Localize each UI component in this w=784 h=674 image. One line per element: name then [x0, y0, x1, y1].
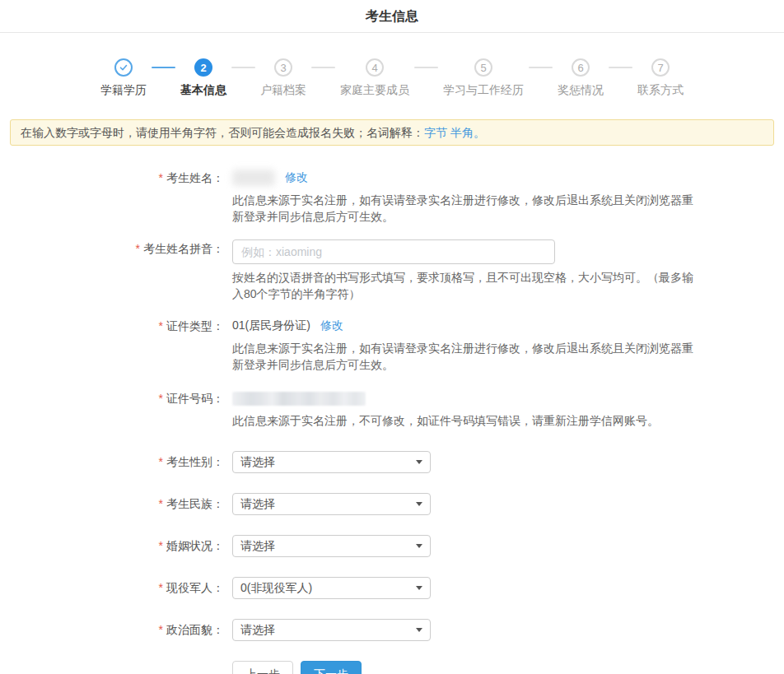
- next-step-button[interactable]: 下一步: [301, 661, 362, 674]
- step7-circle: 7: [651, 58, 670, 77]
- ethnicity-label: 考生民族：: [166, 497, 224, 510]
- name-pinyin-help: 按姓名的汉语拼音的书写形式填写，要求顶格写，且不可出现空格，大小写均可。（最多输…: [232, 269, 703, 302]
- step-student-status[interactable]: 学籍学历: [100, 58, 147, 98]
- military-service-select[interactable]: 0(非现役军人): [232, 577, 431, 599]
- required-asterisk: *: [159, 319, 163, 332]
- id-number-label: 证件号码：: [166, 392, 224, 405]
- step-connector: [529, 67, 553, 68]
- caret-down-icon: [416, 502, 422, 506]
- id-number-help: 此信息来源于实名注册，不可修改，如证件号码填写错误，请重新注册学信网账号。: [232, 412, 659, 429]
- field-candidate-name: *考生姓名： 修改 此信息来源于实名注册，如有误请登录实名注册进行修改，修改后退…: [0, 169, 784, 225]
- name-pinyin-label: 考生姓名拼音：: [143, 242, 224, 255]
- political-status-select-value: 请选择: [240, 623, 275, 638]
- caret-down-icon: [416, 586, 422, 590]
- modify-id-type-link[interactable]: 修改: [320, 318, 343, 333]
- required-asterisk: *: [159, 497, 163, 510]
- required-asterisk: *: [159, 623, 163, 636]
- page-title: 考生信息: [366, 9, 418, 23]
- gender-select-value: 请选择: [240, 455, 275, 470]
- field-political-status: *政治面貌： 请选择: [0, 619, 784, 641]
- candidate-name-help: 此信息来源于实名注册，如有误请登录实名注册进行修改，修改后退出系统且关闭浏览器重…: [232, 192, 703, 225]
- id-type-label: 证件类型：: [166, 319, 224, 332]
- required-asterisk: *: [136, 242, 140, 255]
- required-asterisk: *: [159, 392, 163, 405]
- marital-status-select-value: 请选择: [240, 539, 275, 554]
- step2-label: 基本信息: [180, 83, 226, 98]
- byte-glossary-link[interactable]: 字节: [424, 126, 447, 139]
- step-basic-info[interactable]: 2 基本信息: [180, 58, 226, 98]
- halfwidth-glossary-link[interactable]: 半角: [450, 126, 474, 139]
- step1-label: 学籍学历: [100, 83, 147, 98]
- step-contact-info[interactable]: 7 联系方式: [637, 58, 684, 98]
- step3-circle: 3: [274, 58, 292, 77]
- military-service-select-value: 0(非现役军人): [240, 581, 312, 596]
- id-type-value: 01(居民身份证): [232, 318, 310, 333]
- required-asterisk: *: [159, 539, 163, 552]
- step-family-members[interactable]: 4 家庭主要成员: [340, 58, 409, 98]
- page-header: 考生信息: [0, 0, 784, 33]
- id-type-help: 此信息来源于实名注册，如有误请登录实名注册进行修改，修改后退出系统且关闭浏览器重…: [232, 340, 703, 373]
- field-name-pinyin: *考生姓名拼音： 按姓名的汉语拼音的书写形式填写，要求顶格写，且不可出现空格，大…: [0, 239, 784, 302]
- step5-circle: 5: [474, 58, 492, 77]
- step4-circle: 4: [366, 58, 384, 77]
- caret-down-icon: [416, 628, 422, 632]
- step6-circle: 6: [572, 58, 590, 77]
- ethnicity-select-value: 请选择: [240, 497, 275, 512]
- field-gender: *考生性别： 请选择: [0, 451, 784, 473]
- marital-status-select[interactable]: 请选择: [232, 535, 431, 557]
- step1-circle: [114, 58, 133, 77]
- halfwidth-notice-bar: 在输入数字或字母时，请使用半角字符，否则可能会造成报名失败；名词解释：字节 半角…: [10, 119, 774, 146]
- field-id-type: *证件类型： 01(居民身份证) 修改 此信息来源于实名注册，如有误请登录实名注…: [0, 317, 784, 373]
- step-household-file[interactable]: 3 户籍档案: [260, 58, 306, 98]
- political-status-label: 政治面貌：: [166, 623, 224, 636]
- id-number-redacted: [232, 392, 366, 406]
- previous-step-button[interactable]: 上一步: [232, 661, 293, 674]
- ethnicity-select[interactable]: 请选择: [232, 493, 431, 515]
- step-study-work[interactable]: 5 学习与工作经历: [443, 58, 524, 98]
- check-icon: [119, 63, 128, 72]
- field-ethnicity: *考生民族： 请选择: [0, 493, 784, 515]
- field-military-service: *现役军人： 0(非现役军人): [0, 577, 784, 599]
- required-asterisk: *: [159, 581, 163, 594]
- notice-suffix: 。: [474, 126, 485, 139]
- step3-label: 户籍档案: [260, 83, 306, 98]
- step-connector: [231, 67, 255, 68]
- field-id-number: *证件号码： 此信息来源于实名注册，不可修改，如证件号码填写错误，请重新注册学信…: [0, 389, 784, 429]
- required-asterisk: *: [159, 171, 163, 184]
- form-actions: 上一步 下一步: [232, 661, 784, 674]
- name-pinyin-input[interactable]: [232, 239, 555, 264]
- step-connector: [609, 67, 632, 68]
- political-status-select[interactable]: 请选择: [232, 619, 431, 641]
- step-connector: [152, 67, 175, 68]
- required-asterisk: *: [159, 455, 163, 468]
- notice-text: 在输入数字或字母时，请使用半角字符，否则可能会造成报名失败；名词解释：: [21, 126, 424, 139]
- caret-down-icon: [416, 460, 422, 464]
- step2-circle: 2: [194, 58, 212, 77]
- gender-label: 考生性别：: [166, 455, 224, 468]
- step-rewards-punishments[interactable]: 6 奖惩情况: [558, 58, 604, 98]
- candidate-name-redacted: [232, 170, 275, 186]
- gender-select[interactable]: 请选择: [232, 451, 431, 473]
- step-connector: [311, 67, 335, 68]
- military-service-label: 现役军人：: [166, 581, 224, 594]
- candidate-info-form: *考生姓名： 修改 此信息来源于实名注册，如有误请登录实名注册进行修改，修改后退…: [0, 169, 784, 674]
- candidate-name-label: 考生姓名：: [166, 171, 224, 184]
- step-wizard: 学籍学历 2 基本信息 3 户籍档案 4 家庭主要成员 5 学习与工作经历 6 …: [100, 58, 684, 98]
- step4-label: 家庭主要成员: [340, 83, 409, 98]
- step-connector: [414, 67, 438, 68]
- step7-label: 联系方式: [637, 83, 684, 98]
- modify-name-link[interactable]: 修改: [285, 170, 308, 185]
- caret-down-icon: [416, 544, 422, 548]
- marital-status-label: 婚姻状况：: [166, 539, 224, 552]
- step6-label: 奖惩情况: [558, 83, 604, 98]
- field-marital-status: *婚姻状况： 请选择: [0, 535, 784, 557]
- step5-label: 学习与工作经历: [443, 83, 524, 98]
